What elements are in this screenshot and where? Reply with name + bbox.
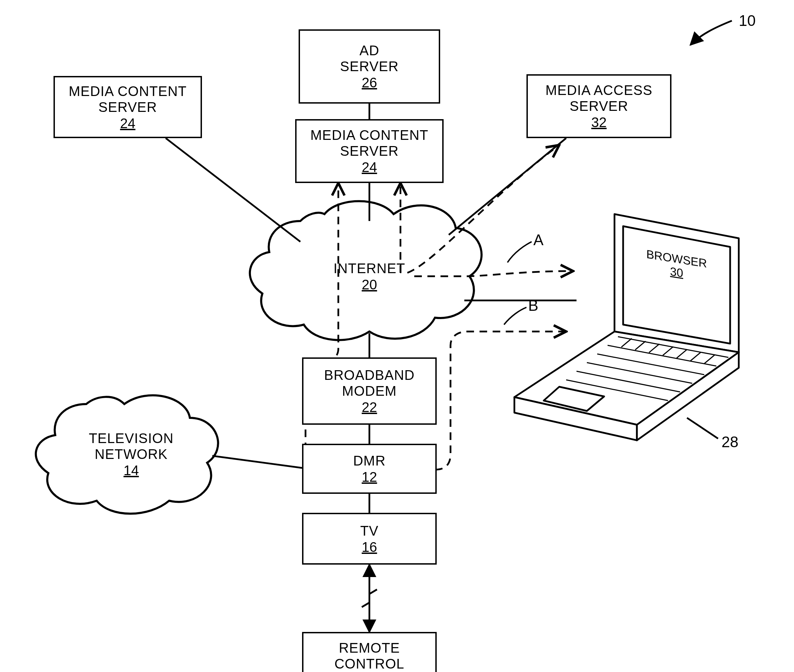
- broadband-modem-ref: 22: [362, 400, 377, 415]
- path-label-B: B: [528, 297, 538, 314]
- internet-label: INTERNET: [334, 260, 405, 276]
- path-B-leader: [504, 307, 526, 325]
- media-content-center-box: MEDIA CONTENT SERVER 24: [295, 119, 444, 183]
- laptop-illustration: [514, 214, 739, 440]
- media-access-ref: 32: [591, 115, 607, 130]
- tv-ref: 16: [362, 539, 377, 555]
- path-A-leader: [508, 242, 532, 262]
- figure-ref-leader: [690, 21, 732, 45]
- conn-tvnet-dmr: [212, 456, 302, 468]
- tv-network-ref: 14: [124, 463, 139, 478]
- dmr-ref: 12: [362, 469, 377, 485]
- tv-network-label: TELEVISION NETWORK: [89, 430, 174, 462]
- laptop-ref-leader: [687, 418, 718, 438]
- laptop-ref-number: 28: [722, 434, 738, 451]
- tv-label: TV: [360, 523, 379, 539]
- media-content-center-ref: 24: [362, 160, 377, 175]
- ad-server-ref: 26: [362, 75, 377, 90]
- media-content-left-box: MEDIA CONTENT SERVER 24: [54, 76, 202, 138]
- broadband-modem-box: BROADBAND MODEM 22: [302, 357, 437, 425]
- media-content-left-label: MEDIA CONTENT SERVER: [69, 83, 187, 115]
- tv-box: TV 16: [302, 513, 437, 565]
- media-content-center-label: MEDIA CONTENT SERVER: [310, 127, 428, 159]
- internet-cloud: INTERNET 20: [262, 221, 476, 331]
- internet-ref: 20: [362, 277, 377, 293]
- remote-control-box: REMOTE CONTROL 18: [302, 632, 437, 672]
- media-content-left-ref: 24: [120, 116, 136, 131]
- ad-server-box: AD SERVER 26: [299, 29, 440, 104]
- figure-ref-number: 10: [739, 12, 756, 29]
- media-access-box: MEDIA ACCESS SERVER 32: [526, 74, 671, 138]
- tv-network-cloud: TELEVISION NETWORK 14: [42, 397, 221, 511]
- conn-tv-remote: [362, 565, 377, 632]
- remote-control-label: REMOTE CONTROL: [334, 640, 404, 672]
- path-label-A: A: [534, 231, 543, 249]
- ad-server-label: AD SERVER: [340, 42, 399, 74]
- dmr-box: DMR 12: [302, 444, 437, 494]
- media-access-label: MEDIA ACCESS SERVER: [545, 82, 652, 114]
- dmr-label: DMR: [353, 453, 386, 469]
- broadband-modem-label: BROADBAND MODEM: [324, 367, 415, 399]
